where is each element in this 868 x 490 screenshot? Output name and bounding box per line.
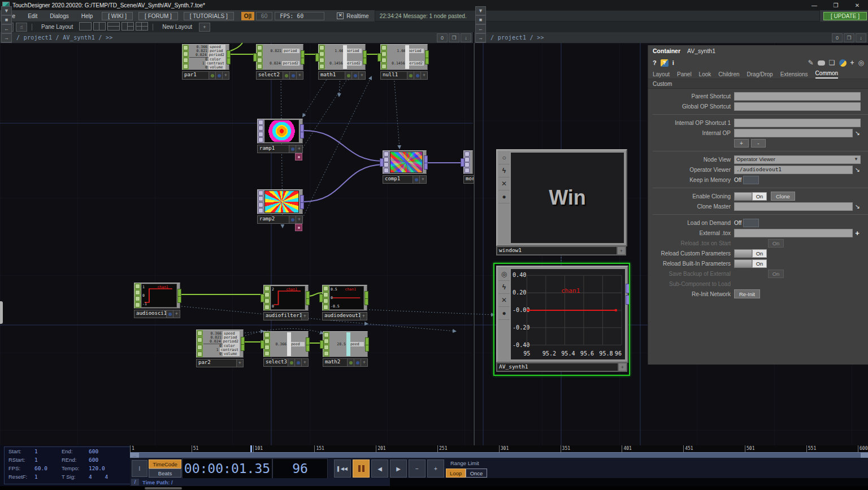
playhead[interactable] [250,445,252,452]
increment-button[interactable]: + [427,459,444,478]
layout-preset-5[interactable] [136,22,148,31]
parameter-field[interactable] [734,92,861,101]
toggle-off[interactable] [743,176,759,184]
node-output-connector[interactable] [241,344,245,351]
node-flag-column[interactable] [381,45,387,70]
language-icon[interactable]: ◎ [858,59,864,67]
remove-shortcut-button[interactable]: - [751,139,766,148]
node-add-icon[interactable]: + [360,313,367,320]
palette-collapsed-tab[interactable] [0,301,3,324]
node-add-icon[interactable]: + [420,72,427,79]
bomb-icon[interactable]: ● [498,190,510,203]
link-button-wiki[interactable]: [ WIKI ] [102,12,133,20]
back-icon[interactable]: ← [475,24,486,33]
pane-split-icon[interactable]: ↓ [856,33,866,42]
node-name-label[interactable]: select2 [257,72,283,79]
layout-preset-2[interactable] [93,22,106,31]
pane-split-icon[interactable]: ↓ [461,33,471,42]
node-dock-dot[interactable] [289,216,296,223]
pane-maximize-icon[interactable]: ❐ [844,33,854,42]
parameter-label[interactable]: Clone Master [648,203,731,210]
node-name-label[interactable]: ramp2 [258,216,289,223]
node-dock-dot[interactable] [354,359,361,366]
node-mor[interactable]: mor [463,150,473,174]
node-name-label[interactable]: math1 [319,72,345,79]
parameter-label[interactable]: Save Backup of External [648,271,731,277]
node-output-connector[interactable] [424,163,428,170]
info-icon[interactable]: i [672,59,674,66]
realtime-checkbox-icon[interactable]: ✕ [337,12,344,19]
tab-layout[interactable]: Layout [653,71,670,79]
node-add-icon[interactable]: + [173,310,180,318]
node-dock-dot[interactable] [215,72,222,79]
node-name-label[interactable]: mor [464,176,474,183]
parameter-label[interactable]: Reload .tox on Start [648,240,731,246]
tab-common[interactable]: Common [815,70,839,79]
menu-help[interactable]: Help [75,13,99,19]
add-parameter-icon[interactable]: + [850,59,854,67]
node-audiofilter1[interactable]: 20chan1audiofilter1+ [263,285,309,311]
forward-icon[interactable]: → [475,33,486,42]
node-output-connector[interactable] [300,132,304,138]
python-help-icon[interactable]: ? [661,59,669,67]
node-add-icon[interactable]: + [222,72,229,79]
node-par1[interactable]: 0.366speed0.821period0.024period20color1… [182,44,229,70]
pane-dropdown-icon[interactable]: ▼ [1,6,12,15]
node-add-icon[interactable]: + [361,359,367,366]
node-name-label[interactable]: null1 [381,72,407,79]
toggle-slider[interactable] [734,192,752,201]
node-viewer-dot[interactable] [407,72,414,79]
node-add-icon[interactable]: + [296,216,302,223]
parameter-field[interactable]: ./audiodevout1 [734,166,853,174]
export-arrow-icon[interactable]: ↘ [854,129,861,137]
node-ramp2[interactable]: ramp2+ [257,189,303,214]
pane-divider[interactable] [473,43,475,445]
jump-to-start-button[interactable]: ▌◀◀ [334,459,351,478]
node-dock-dot[interactable] [413,176,419,183]
node-flag-column[interactable] [257,45,263,70]
link-button-forum[interactable]: [ FORUM ] [138,12,178,20]
node-output-connector[interactable] [300,202,304,209]
node-flag-column[interactable] [183,45,189,70]
pane-maximize-icon[interactable]: ❐ [449,33,459,42]
node-name-label[interactable]: par2 [197,359,236,367]
node-math2[interactable]: 28.5Speedmath2+ [323,331,368,357]
parameter-label[interactable]: Re-Init Network [648,291,731,297]
node-output-connector[interactable] [306,345,310,352]
left-pane-path[interactable]: / project1 / AV_synth1 / >> [16,34,113,41]
help-icon[interactable]: ? [653,59,657,66]
node-add-icon[interactable]: + [301,359,308,366]
parameter-label[interactable]: Enable Cloning [648,193,731,200]
node-dock-dot[interactable] [166,310,173,318]
custom-page-tab[interactable]: Custom [648,79,868,89]
node-flag-column[interactable] [264,285,270,310]
operator-name[interactable]: AV_synth1 [687,47,715,54]
tab-panel[interactable]: Panel [677,71,692,79]
node-flag-column[interactable] [319,45,325,70]
node-input-connector[interactable] [461,158,465,167]
expression-pencil-icon[interactable]: ✎ [808,59,814,67]
node-add-icon[interactable]: + [296,72,303,79]
node-input-connector[interactable] [377,53,381,62]
node-add-icon[interactable]: + [358,72,365,79]
node-output-connector[interactable] [425,58,429,64]
node-output-connector[interactable] [365,345,369,352]
new-layout-button[interactable]: + [199,23,210,32]
minimize-button[interactable]: — [804,0,825,10]
parameter-label[interactable]: Reload Built-In Parameters [648,261,731,267]
node-add-icon[interactable]: + [419,176,426,183]
parameter-label[interactable]: Sub-Component to Load [648,281,731,287]
toggle-on[interactable]: On [752,249,767,258]
toggle-on[interactable]: On [752,192,767,201]
node-output-connector[interactable] [177,296,181,303]
re-init-button[interactable]: Re-Init [734,289,760,298]
node-name-label[interactable]: par1 [183,72,209,79]
node-name-label[interactable]: select3 [264,359,288,366]
node-name-label[interactable]: audiofilter1 [264,313,301,320]
node-select3[interactable]: 0.366Speedselect3+ [263,331,309,357]
node-output-connector[interactable] [301,58,305,64]
node-flag-column[interactable] [258,190,264,214]
node-flag-column[interactable] [197,330,203,357]
node-flag-column[interactable] [264,332,270,357]
node-viewer-dot[interactable] [347,359,354,366]
